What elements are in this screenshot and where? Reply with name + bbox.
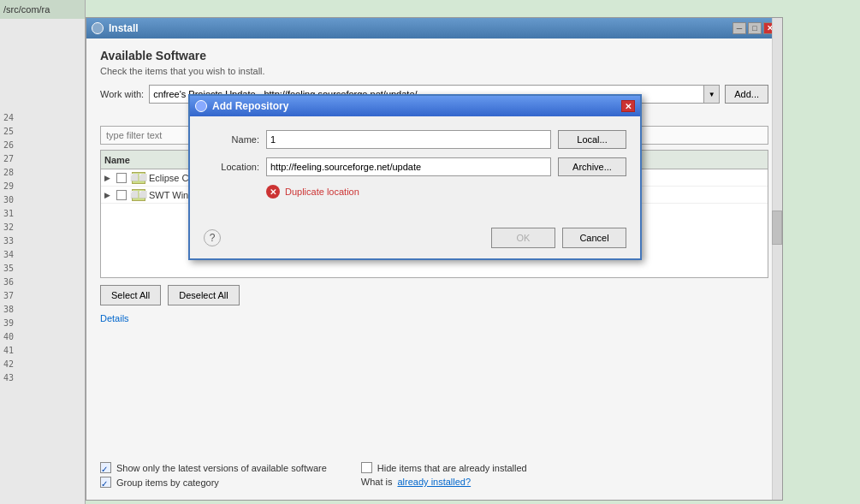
maximize-button[interactable]: □ bbox=[748, 22, 762, 34]
option-label-3: Hide items that are already installed bbox=[377, 463, 527, 473]
line-numbers: 24 25 26 27 28 29 30 31 32 33 34 35 36 3… bbox=[0, 0, 85, 385]
checkbox-2[interactable] bbox=[116, 190, 127, 200]
location-input[interactable] bbox=[266, 157, 551, 176]
action-buttons: Select All Deselect All bbox=[100, 285, 768, 305]
install-title: Install bbox=[109, 22, 139, 34]
select-all-button[interactable]: Select All bbox=[100, 285, 161, 305]
option-label-1: Show only the latest versions of availab… bbox=[116, 463, 327, 473]
option-label-2: Group items by category bbox=[116, 477, 219, 488]
dialog-title: Add Repository bbox=[212, 100, 288, 112]
window-controls: ─ □ ✕ bbox=[732, 22, 777, 34]
option-label-4: What is bbox=[361, 477, 393, 487]
section-subtitle: Check the items that you wish to install… bbox=[100, 66, 768, 76]
combo-dropdown-arrow[interactable]: ▼ bbox=[703, 86, 719, 103]
scrollbar-thumb[interactable] bbox=[772, 210, 782, 245]
checkbox-hide-installed[interactable] bbox=[361, 462, 372, 473]
checkbox-latest-versions[interactable]: ✓ bbox=[100, 462, 111, 473]
dialog-location-row: Location: Archive... bbox=[204, 157, 626, 176]
option-row-1: ✓ Show only the latest versions of avail… bbox=[100, 462, 327, 473]
ok-button[interactable]: OK bbox=[491, 228, 555, 248]
local-button[interactable]: Local... bbox=[558, 130, 626, 149]
package-icon-2: ⬜⬜ bbox=[132, 189, 145, 201]
ide-path: /src/com/ra bbox=[3, 4, 50, 15]
expand-icon-1[interactable]: ▶ bbox=[104, 174, 113, 182]
package-icon-1: ⬜⬜ bbox=[132, 172, 145, 184]
checkbox-1[interactable] bbox=[116, 173, 127, 183]
checkbox-group-category[interactable]: ✓ bbox=[100, 477, 111, 488]
bottom-options: ✓ Show only the latest versions of avail… bbox=[100, 462, 768, 491]
dialog-footer: ? OK Cancel bbox=[190, 221, 640, 258]
name-label: Name: bbox=[204, 134, 259, 145]
error-row: ✕ Duplicate location bbox=[266, 185, 626, 199]
dialog-titlebar: Add Repository ✕ bbox=[190, 96, 640, 116]
ide-top-bar: /src/com/ra bbox=[0, 0, 85, 19]
option-row-4: What is already installed? bbox=[361, 477, 527, 487]
add-repository-dialog: Add Repository ✕ Name: Local... Location… bbox=[188, 94, 642, 260]
dialog-name-row: Name: Local... bbox=[204, 130, 626, 149]
scrollbar-track bbox=[772, 18, 782, 500]
name-input[interactable] bbox=[266, 130, 551, 149]
install-titlebar: Install ─ □ ✕ bbox=[86, 18, 782, 39]
details-section: Details bbox=[100, 312, 768, 324]
expand-icon-2[interactable]: ▶ bbox=[104, 191, 113, 199]
already-installed-link[interactable]: already installed? bbox=[398, 477, 472, 487]
dialog-body: Name: Local... Location: Archive... ✕ Du… bbox=[190, 116, 640, 221]
section-title: Available Software bbox=[100, 49, 768, 62]
deselect-all-button[interactable]: Deselect All bbox=[168, 285, 239, 305]
install-title-icon bbox=[92, 22, 104, 34]
dialog-close-button[interactable]: ✕ bbox=[621, 100, 635, 112]
minimize-button[interactable]: ─ bbox=[732, 22, 746, 34]
details-label[interactable]: Details bbox=[100, 313, 129, 323]
option-row-3: Hide items that are already installed bbox=[361, 462, 527, 473]
work-with-label: Work with: bbox=[100, 89, 144, 99]
error-message: Duplicate location bbox=[285, 187, 359, 197]
location-label: Location: bbox=[204, 162, 259, 172]
archive-button[interactable]: Archive... bbox=[558, 157, 626, 176]
help-button[interactable]: ? bbox=[204, 229, 221, 246]
cancel-button[interactable]: Cancel bbox=[562, 228, 626, 248]
dialog-title-icon bbox=[195, 100, 207, 112]
add-repository-button[interactable]: Add... bbox=[725, 85, 768, 104]
option-row-2: ✓ Group items by category bbox=[100, 477, 327, 488]
error-icon: ✕ bbox=[266, 185, 280, 199]
ide-left-panel: /src/com/ra 24 25 26 27 28 29 30 31 32 3… bbox=[0, 0, 86, 504]
